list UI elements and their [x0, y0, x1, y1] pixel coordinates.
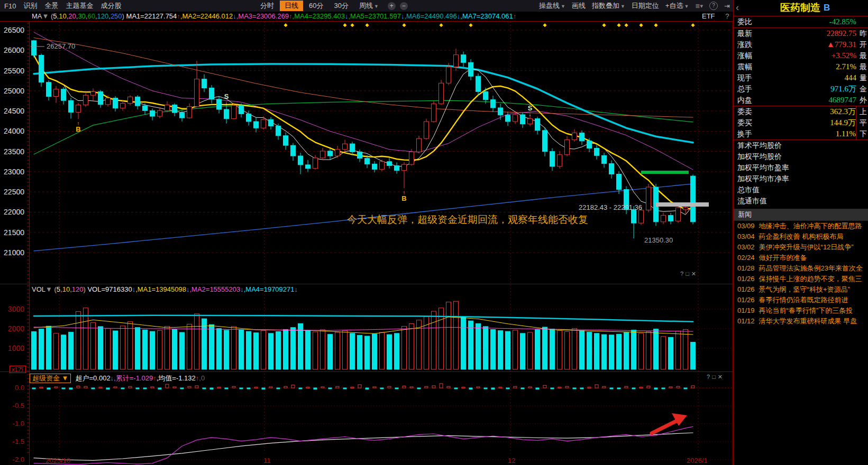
header-part: 5 [53, 12, 57, 20]
toolbar-item-成分股[interactable]: 成分股 [100, 1, 121, 11]
fund-flow-bar [106, 388, 109, 389]
news-item[interactable]: 02/24做好开市的准备 [734, 253, 868, 263]
panel-close-icon[interactable]: ✕ [691, 271, 698, 277]
toolbar-button-日期定位[interactable]: 日期定位 [632, 1, 659, 11]
candle-body [461, 55, 466, 63]
toolbar-item-识别[interactable]: 识别 [23, 1, 37, 11]
tab-30分[interactable]: 30分 [329, 1, 353, 11]
panel-maximize-icon[interactable]: □ [686, 271, 691, 277]
volume-bar [187, 324, 192, 369]
news-list: 03/09地缘冲击、油价冲高下的配置思路03/04药企盈利改善 机构积极布局03… [734, 221, 868, 327]
ma5-line [34, 55, 693, 215]
header-part: ▼ [45, 285, 54, 293]
header-part: ↓ [295, 285, 298, 293]
tab-周线[interactable]: 周线▼ [354, 1, 383, 11]
quote-panel-title-bar: ‹ 医药制造 B [734, 0, 868, 16]
tab-60分[interactable]: 60分 [304, 1, 328, 11]
candle-body [187, 107, 192, 118]
candle-body [143, 106, 148, 110]
news-item[interactable]: 03/02美伊冲突升级与伊以“12日战争” [734, 242, 868, 253]
toolbar-button-操盘线[interactable]: 操盘线▼ [539, 1, 565, 11]
volume-axis-label: 3000 [8, 305, 24, 313]
toolbar-item-全景[interactable]: 全景 [44, 1, 58, 11]
header-part: VOL=9716330 [87, 285, 132, 293]
candle-body [328, 151, 333, 156]
news-item[interactable]: 01/12清华大学发布重磅科研成果 早盘 [734, 316, 868, 327]
volume-bar [617, 334, 622, 369]
candle-body [321, 151, 325, 158]
fund-flow-bar [440, 384, 443, 388]
candle-body [291, 145, 296, 156]
volume-bar [476, 323, 481, 369]
toolbar-button-画线[interactable]: 画线 [572, 1, 586, 11]
etf-button[interactable]: ETF [702, 12, 715, 20]
header-part: 10 [62, 285, 70, 293]
volume-bar [624, 332, 629, 369]
volume-bar [76, 311, 81, 369]
panel-maximize-icon[interactable]: □ [712, 374, 718, 380]
candle-body [298, 156, 303, 165]
volume-bar [646, 332, 651, 369]
panel-help-icon[interactable]: ? [680, 271, 686, 277]
volume-bar [232, 327, 236, 369]
toolbar-button-指数叠加[interactable]: 指数叠加▼ [592, 1, 625, 11]
volume-bar [587, 332, 592, 369]
candle-body [158, 110, 162, 116]
fund-indicator-button[interactable]: 超级资金 ▼ [30, 374, 71, 383]
candle-body [683, 208, 688, 210]
panel-help-icon[interactable]: ? [707, 374, 712, 380]
quote-label: 总手 [734, 85, 765, 94]
list-dropdown-icon[interactable]: ≣▾ [695, 3, 703, 10]
panel-close-icon[interactable]: ✕ [718, 374, 725, 380]
fund-flow-bar [677, 386, 680, 388]
candle-body [246, 114, 251, 122]
header-part: 超户=0.002 [75, 374, 110, 382]
news-item[interactable]: 01/26春季行情仍沿着既定路径前进 [734, 295, 868, 305]
news-item[interactable]: 03/04药企盈利改善 机构积极布局 [734, 231, 868, 242]
fund-flow-bar [32, 388, 35, 389]
volume-bar [343, 331, 348, 369]
ma-indicator-button[interactable]: MA [32, 12, 42, 20]
fund-flow-bar [314, 388, 317, 389]
fund-flow-bar [254, 387, 258, 388]
volume-bar [528, 332, 533, 369]
candle-body [439, 83, 444, 104]
volume-bar [432, 311, 436, 369]
collapse-panel-icon[interactable]: ⇥ [724, 2, 730, 10]
news-item[interactable]: 03/09地缘冲击、油价冲高下的配置思路 [734, 221, 868, 231]
toolbar-item-F10[interactable]: F10 [4, 2, 16, 10]
candle-body [402, 164, 407, 170]
vol-indicator-button[interactable]: VOL [32, 285, 45, 293]
sell-arrow-icon: ↓ [225, 100, 228, 105]
volume-bar [321, 330, 325, 369]
header-part: ,MA2=22446.012 [180, 12, 233, 20]
toolbar-item-主题基金[interactable]: 主题基金 [66, 1, 93, 11]
fund-flow-bar [417, 388, 421, 389]
fund-flow-bar [92, 388, 95, 389]
header-part: ,MA5=23701.597 [349, 12, 401, 20]
candle-body [76, 105, 81, 113]
help-icon[interactable]: ? [709, 2, 718, 10]
fund-flow-bar [40, 387, 43, 388]
tab-分时[interactable]: 分时 [255, 1, 279, 11]
fund-flow-bar [499, 387, 502, 388]
back-chevron-icon[interactable]: ‹ [734, 2, 742, 14]
volume-bar [498, 331, 503, 369]
zoom-in-button[interactable]: + [388, 2, 396, 10]
header-part: 120 [97, 12, 109, 20]
news-item[interactable]: 01/26景气为纲，坚守“科技+资源品” [734, 284, 868, 295]
fund-flow-bar [336, 386, 339, 388]
candle-body [217, 99, 222, 109]
news-item[interactable]: 01/26保持慢牛上涨的趋势不变，聚焦三 [734, 274, 868, 284]
toolbar-button-自选[interactable]: +自选▼ [665, 1, 689, 11]
zoom-out-button[interactable]: − [400, 2, 408, 10]
main-chart-canvas[interactable]: 2650026000255002500024500240002350023000… [0, 0, 733, 465]
quote-label: 委买 [734, 118, 765, 128]
chart-help-icon[interactable]: ? [725, 12, 729, 20]
volume-bar [328, 334, 333, 369]
fund-flow-bar [617, 388, 620, 389]
news-item[interactable]: 01/19再论当前“春季行情”下的三条投 [734, 305, 868, 316]
news-item[interactable]: 01/28药品管理法实施条例23年来首次全 [734, 263, 868, 274]
header-part: MA1=22127.754 [126, 12, 177, 20]
tab-日线[interactable]: 日线 [280, 1, 303, 11]
